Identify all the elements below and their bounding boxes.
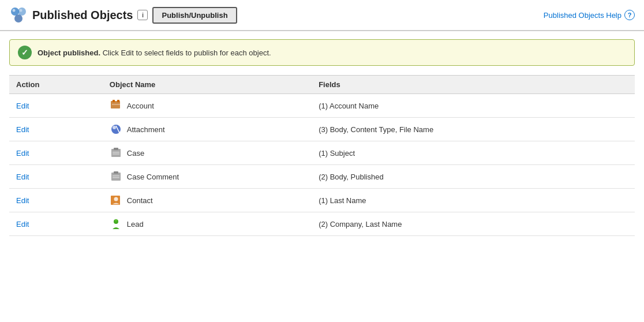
- svg-rect-18: [113, 175, 119, 177]
- cell-fields: (1) Last Name: [312, 189, 635, 212]
- cell-object-name: Lead: [103, 212, 312, 236]
- svg-rect-17: [114, 171, 118, 174]
- table-row: EditLead(2) Company, Last Name: [9, 212, 635, 236]
- cell-object-name: Case Comment: [103, 165, 312, 189]
- svg-point-2: [14, 14, 23, 23]
- svg-point-10: [113, 126, 116, 129]
- header-right: Published Objects Help ?: [544, 10, 635, 20]
- cell-action: Edit: [9, 212, 103, 236]
- svg-rect-13: [114, 148, 118, 150]
- edit-link[interactable]: Edit: [16, 173, 29, 181]
- notification-rest: Click Edit to select fields to publish f…: [100, 48, 271, 57]
- success-icon: [18, 46, 32, 59]
- objects-table: Action Object Name Fields EditAccount(1)…: [9, 75, 635, 236]
- table-row: EditCase(1) Subject: [9, 141, 635, 165]
- cell-object-name: Contact: [103, 189, 312, 212]
- cell-fields: (2) Company, Last Name: [312, 212, 635, 236]
- cell-action: Edit: [9, 94, 103, 118]
- svg-point-4: [20, 9, 23, 12]
- svg-rect-7: [117, 100, 119, 102]
- case-icon: [110, 147, 122, 159]
- page-header: Published Objects i Publish/Unpublish Pu…: [0, 0, 644, 31]
- header-left: Published Objects i Publish/Unpublish: [9, 6, 544, 24]
- svg-rect-15: [113, 153, 119, 155]
- object-name-label: Lead: [127, 220, 144, 229]
- info-icon[interactable]: i: [137, 10, 148, 20]
- cell-object-name: Attachment: [103, 118, 312, 141]
- svg-rect-16: [111, 173, 121, 181]
- svg-rect-14: [113, 152, 119, 153]
- cell-action: Edit: [9, 189, 103, 212]
- notification-bold: Object published.: [38, 48, 100, 57]
- table-row: EditAccount(1) Account Name: [9, 94, 635, 118]
- svg-rect-6: [113, 100, 115, 102]
- lead-icon: [110, 218, 122, 230]
- app-logo: [9, 6, 28, 24]
- cell-fields: (3) Body, Content Type, File Name: [312, 118, 635, 141]
- svg-point-0: [11, 8, 19, 16]
- attachment-icon: [110, 123, 122, 136]
- account-icon: [110, 99, 122, 112]
- main-content: Object published. Click Edit to select f…: [0, 31, 644, 244]
- cell-object-name: Account: [103, 94, 312, 118]
- page-title: Published Objects: [32, 9, 133, 22]
- cell-fields: (2) Body, Published: [312, 165, 635, 189]
- object-name-label: Attachment: [127, 125, 165, 134]
- edit-link[interactable]: Edit: [16, 149, 29, 158]
- table-row: EditAttachment(3) Body, Content Type, Fi…: [9, 118, 635, 141]
- svg-rect-19: [113, 177, 119, 178]
- table-body: EditAccount(1) Account NameEditAttachmen…: [9, 94, 635, 236]
- cell-action: Edit: [9, 165, 103, 189]
- object-name-label: Account: [127, 102, 154, 110]
- svg-point-1: [18, 8, 26, 16]
- svg-point-3: [13, 9, 16, 12]
- cell-fields: (1) Account Name: [312, 94, 635, 118]
- col-object-name: Object Name: [103, 76, 312, 94]
- notification-text: Object published. Click Edit to select f…: [38, 48, 271, 57]
- help-icon[interactable]: ?: [624, 10, 635, 20]
- notification-banner: Object published. Click Edit to select f…: [9, 39, 635, 66]
- object-name-label: Case: [127, 149, 144, 158]
- cell-action: Edit: [9, 141, 103, 165]
- object-name-label: Case Comment: [127, 173, 179, 181]
- table-row: EditCase Comment(2) Body, Published: [9, 165, 635, 189]
- cell-action: Edit: [9, 118, 103, 141]
- case-comment-icon: [110, 170, 122, 183]
- col-fields: Fields: [312, 76, 635, 94]
- cell-fields: (1) Subject: [312, 141, 635, 165]
- help-link[interactable]: Published Objects Help: [544, 11, 621, 20]
- edit-link[interactable]: Edit: [16, 125, 29, 134]
- col-action: Action: [9, 76, 103, 94]
- table-header-row: Action Object Name Fields: [9, 76, 635, 94]
- object-name-label: Contact: [127, 196, 153, 205]
- contact-icon: [110, 194, 122, 207]
- cell-object-name: Case: [103, 141, 312, 165]
- edit-link[interactable]: Edit: [16, 196, 29, 205]
- publish-unpublish-button[interactable]: Publish/Unpublish: [152, 7, 237, 24]
- svg-point-21: [114, 197, 118, 201]
- edit-link[interactable]: Edit: [16, 102, 29, 110]
- svg-rect-12: [111, 149, 121, 157]
- table-row: EditContact(1) Last Name: [9, 189, 635, 212]
- edit-link[interactable]: Edit: [16, 220, 29, 229]
- table-header: Action Object Name Fields: [9, 76, 635, 94]
- svg-rect-8: [112, 104, 120, 105]
